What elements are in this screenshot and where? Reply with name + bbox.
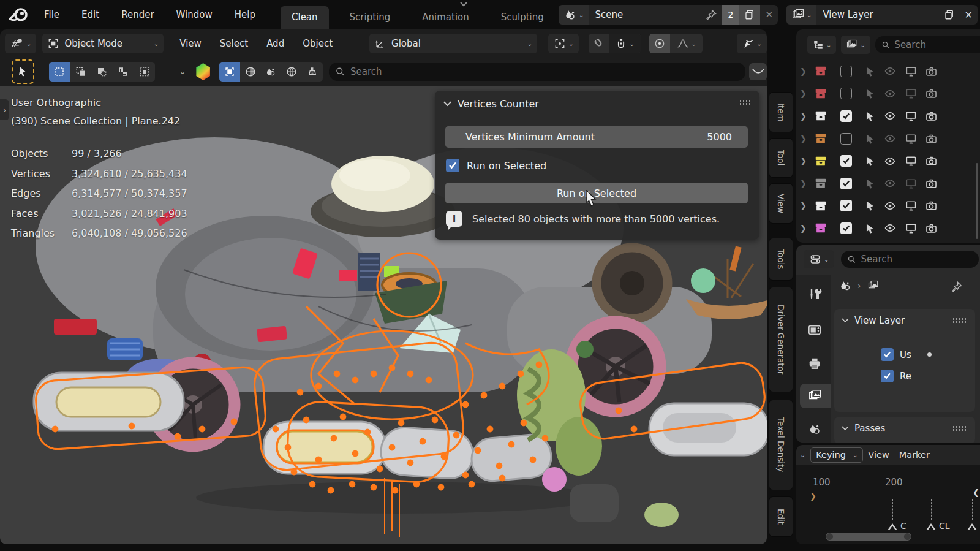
selectable-toggle-icon[interactable]	[864, 110, 876, 122]
selectable-toggle-icon[interactable]	[864, 178, 876, 189]
expand-chevron-icon[interactable]: ❯	[800, 179, 809, 188]
disable-in-viewports-icon[interactable]	[905, 155, 918, 167]
viewport-canvas[interactable]: › User Orthographic (390) Scene Collecti…	[0, 86, 767, 544]
mode-dropdown[interactable]: Object Mode ⌄	[42, 34, 164, 53]
hide-in-viewport-icon[interactable]	[883, 200, 897, 211]
viewport-menu-view[interactable]: View	[172, 34, 209, 53]
disable-in-renders-icon[interactable]	[925, 66, 938, 77]
run-on-selected-checkbox[interactable]	[446, 159, 459, 172]
viewport-menu-object[interactable]: Object	[295, 34, 340, 53]
selectable-toggle-icon[interactable]	[864, 66, 876, 77]
falloff-curve-button[interactable]	[749, 63, 767, 80]
outliner-scrollbar[interactable]	[976, 163, 978, 239]
expand-chevron-icon[interactable]: ❯	[800, 67, 809, 76]
search-input[interactable]	[350, 66, 739, 77]
outliner-search-input[interactable]	[894, 39, 974, 50]
expand-chevron-icon[interactable]: ❯	[800, 112, 809, 121]
use-checkbox[interactable]	[881, 348, 894, 361]
snap-toggle-icon[interactable]	[589, 34, 609, 53]
select-mode-intersect[interactable]	[134, 62, 155, 82]
exclude-checkbox[interactable]	[840, 66, 852, 77]
view-layer-name[interactable]: View Layer	[816, 9, 879, 20]
sidebar-tab-texel-density[interactable]: Texel Density	[769, 400, 793, 490]
snap-target-dropdown[interactable]: ⌄	[609, 34, 641, 53]
disable-in-viewports-icon[interactable]	[905, 200, 918, 211]
selectable-toggle-icon[interactable]	[864, 88, 876, 99]
timeline-editor-chevron[interactable]: ⌄	[800, 451, 805, 459]
panel-drag-grip[interactable]	[733, 99, 750, 105]
proportional-falloff-dropdown[interactable]: ⌄	[670, 34, 703, 53]
panel-drag-grip[interactable]	[952, 317, 968, 323]
select-mode-extend[interactable]	[70, 62, 91, 82]
tab-tool[interactable]	[801, 282, 828, 306]
render-checkbox[interactable]	[881, 370, 894, 382]
panel-collapse-chevron[interactable]	[443, 101, 451, 107]
timeline-scroll-right-arrow[interactable]: ❮	[973, 488, 979, 497]
gradient-hexagon-icon[interactable]	[195, 63, 211, 80]
close-scene-icon[interactable]: ✕	[760, 5, 778, 25]
hide-in-viewport-icon[interactable]	[883, 156, 897, 167]
timeline-marker-menu[interactable]: Marker	[899, 450, 930, 460]
outliner-collection-row[interactable]: ❯	[796, 172, 980, 195]
exclude-checkbox[interactable]	[840, 88, 852, 99]
breadcrumb-scene-icon[interactable]	[839, 279, 851, 292]
selectable-toggle-icon[interactable]	[864, 200, 876, 211]
active-tool-select-box[interactable]	[12, 59, 34, 84]
exclude-checkbox[interactable]	[840, 155, 852, 167]
breadcrumb-view-layer-icon[interactable]	[867, 280, 880, 291]
select-mode-subtract[interactable]	[91, 62, 113, 82]
outliner-collection-row[interactable]: ❯	[796, 83, 980, 105]
view-layer-datablock-icon[interactable]: ⌄	[786, 5, 816, 25]
close-view-layer-icon[interactable]: ✕	[960, 5, 978, 25]
menu-help[interactable]: Help	[226, 6, 264, 24]
outliner-collection-row[interactable]: ❯	[796, 127, 980, 150]
timeline-scroll-left-arrow[interactable]: ❯	[810, 492, 816, 501]
disable-in-renders-icon[interactable]	[925, 178, 938, 189]
pin-icon[interactable]	[951, 281, 963, 293]
properties-search-input[interactable]	[861, 254, 973, 265]
panel-collapse-chevron[interactable]	[842, 426, 849, 431]
selectable-toggle-icon[interactable]	[864, 155, 876, 167]
menu-window[interactable]: Window	[168, 6, 221, 24]
panel-collapse-chevron[interactable]	[842, 318, 849, 323]
workspace-tab-animation[interactable]: Animation	[411, 6, 480, 29]
shading-sphere-icon[interactable]	[240, 62, 261, 82]
workspace-tab-scripting[interactable]: Scripting	[339, 6, 402, 29]
settings-chevron-icon[interactable]: ⌄	[179, 67, 186, 76]
scene-datablock-icon[interactable]: ⌄	[559, 5, 589, 25]
pivot-point-dropdown[interactable]: ⌄	[548, 34, 578, 53]
sidebar-tab-edit[interactable]: Edit	[769, 496, 793, 537]
disable-in-renders-icon[interactable]	[925, 133, 938, 145]
disable-in-renders-icon[interactable]	[925, 110, 938, 122]
hide-in-viewport-icon[interactable]	[883, 66, 897, 77]
sidebar-tab-view[interactable]: View	[769, 183, 793, 224]
disable-in-viewports-icon[interactable]	[905, 88, 918, 99]
exclude-checkbox[interactable]	[840, 110, 852, 122]
selectable-toggle-icon[interactable]	[864, 222, 876, 234]
disable-in-viewports-icon[interactable]	[905, 66, 918, 77]
select-tool-dropdown[interactable]: ⌄	[737, 34, 767, 53]
disable-in-viewports-icon[interactable]	[905, 110, 918, 122]
decorator-dot[interactable]	[927, 352, 932, 357]
outliner-collection-row[interactable]: ❯	[796, 217, 980, 240]
brush-icon[interactable]	[302, 62, 323, 82]
menu-render[interactable]: Render	[113, 6, 162, 24]
timeline-view-menu[interactable]: View	[868, 450, 889, 460]
min-amount-field[interactable]: Vertices Minimum Amount 5000	[445, 126, 748, 148]
select-mode-invert[interactable]	[113, 62, 134, 82]
proportional-edit-toggle-icon[interactable]	[649, 34, 670, 53]
workspace-tab-sculpting[interactable]: Sculpting	[490, 6, 555, 29]
exclude-checkbox[interactable]	[840, 200, 852, 211]
select-mode-new[interactable]	[49, 62, 70, 82]
disable-in-viewports-icon[interactable]	[905, 222, 918, 234]
scene-users-badge[interactable]: 2	[722, 5, 740, 25]
scene-droplet-icon[interactable]	[261, 62, 282, 82]
pin-icon[interactable]	[700, 5, 722, 25]
marker-triangle[interactable]	[967, 519, 977, 530]
outliner-collection-row[interactable]: ❯	[796, 105, 980, 127]
disable-in-viewports-icon[interactable]	[905, 178, 918, 189]
exclude-checkbox[interactable]	[840, 222, 852, 234]
hide-in-viewport-icon[interactable]	[883, 222, 897, 234]
duplicate-view-layer-icon[interactable]	[939, 5, 960, 25]
outliner-display-mode-dropdown[interactable]: ⌄	[807, 36, 836, 54]
